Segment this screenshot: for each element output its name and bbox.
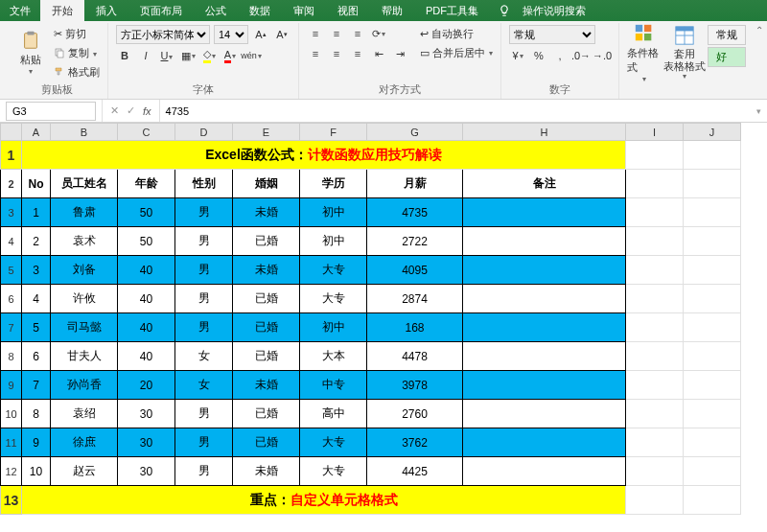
select-all-corner[interactable] <box>1 124 22 141</box>
align-label: 对齐方式 <box>379 82 421 97</box>
svg-rect-7 <box>644 34 651 40</box>
svg-rect-5 <box>644 24 651 31</box>
inc-decimal-button[interactable]: .0→ <box>572 47 590 64</box>
italic-button[interactable]: I <box>137 47 154 64</box>
comma-button[interactable]: , <box>551 47 569 64</box>
align-middle-button[interactable]: ≡ <box>328 25 345 42</box>
cancel-icon[interactable]: ✕ <box>110 104 119 117</box>
table-row[interactable]: 64许攸40男已婚大专2874 <box>1 285 741 313</box>
orientation-button[interactable]: ⟳ <box>370 25 387 42</box>
titlebar: 文件 开始 插入 页面布局 公式 数据 审阅 视图 帮助 PDF工具集 操作说明… <box>0 0 767 21</box>
table-row[interactable]: 86甘夫人40女已婚大本4478 <box>1 342 741 371</box>
indent-dec-button[interactable]: ⇤ <box>370 45 387 62</box>
font-size-select[interactable]: 14 <box>214 25 248 44</box>
border-icon: ▦ <box>181 50 191 62</box>
format-painter-button[interactable]: 格式刷 <box>54 63 100 81</box>
footer-row[interactable]: 13 重点：自定义单元格格式 <box>1 486 741 515</box>
brush-icon <box>54 66 65 78</box>
svg-rect-0 <box>25 34 37 49</box>
fill-color-button[interactable]: ◇ <box>200 47 218 64</box>
indent-inc-button[interactable]: ⇥ <box>391 45 408 62</box>
lightbulb-icon <box>498 4 511 17</box>
copy-icon <box>54 47 65 58</box>
font-color-button[interactable]: A <box>221 47 239 64</box>
svg-rect-4 <box>636 24 642 31</box>
file-tab[interactable]: 文件 <box>0 4 40 18</box>
merge-center-button[interactable]: ▭ 合并后居中 <box>420 44 493 61</box>
tab-pdf[interactable]: PDF工具集 <box>414 0 490 21</box>
wrap-text-button[interactable]: ↩ 自动换行 <box>420 25 493 42</box>
spreadsheet-grid[interactable]: ABCDEFGHIJ 1 Excel函数公式：计数函数应用技巧解读 2 No员工… <box>0 123 767 532</box>
fx-icon[interactable]: fx <box>143 105 151 117</box>
tab-help[interactable]: 帮助 <box>370 0 414 21</box>
cell-style-good[interactable]: 好 <box>708 47 746 67</box>
paste-button[interactable]: 粘贴 ▾ <box>13 25 48 81</box>
ribbon: ⌃ 粘贴 ▾ ✂ 剪切 复制 <box>0 21 767 100</box>
font-color-icon: A <box>224 49 231 63</box>
svg-rect-3 <box>58 51 63 58</box>
tab-view[interactable]: 视图 <box>326 0 370 21</box>
column-headers[interactable]: ABCDEFGHIJ <box>1 124 741 141</box>
align-bottom-button[interactable]: ≡ <box>349 25 366 42</box>
table-row[interactable]: 42袁术50男已婚初中2722 <box>1 227 741 256</box>
currency-button[interactable]: ¥ <box>509 47 526 64</box>
tab-home[interactable]: 开始 <box>40 0 84 21</box>
formula-bar: G3 ✕ ✓ fx 4735 ▾ <box>0 100 767 123</box>
table-row[interactable]: 97孙尚香20女未婚中专3978 <box>1 371 741 400</box>
align-left-button[interactable]: ≡ <box>307 45 324 62</box>
font-name-select[interactable]: 方正小标宋简体 <box>116 25 210 44</box>
decrease-font-button[interactable]: A▾ <box>273 26 291 43</box>
table-row[interactable]: 53刘备40男未婚大专4095 <box>1 256 741 285</box>
number-format-select[interactable]: 常规 <box>509 25 595 44</box>
tab-review[interactable]: 审阅 <box>282 0 326 21</box>
increase-font-button[interactable]: A▴ <box>252 26 269 43</box>
dec-decimal-button[interactable]: →.0 <box>593 47 611 64</box>
expand-formula-icon[interactable]: ▾ <box>751 106 767 116</box>
copy-button[interactable]: 复制 <box>54 44 100 61</box>
font-label: 字体 <box>193 82 214 97</box>
group-number: 常规 ¥ % , .0→ →.0 数字 <box>501 23 619 99</box>
group-align: ≡ ≡ ≡ ⟳ ≡ ≡ ≡ ⇤ ⇥ ↩ 自动换行 <box>299 23 501 99</box>
collapse-ribbon-icon[interactable]: ⌃ <box>755 25 763 35</box>
align-right-button[interactable]: ≡ <box>349 45 366 62</box>
wrap-icon: ↩ <box>420 28 429 40</box>
table-format-icon <box>674 25 695 46</box>
svg-rect-1 <box>27 32 34 35</box>
align-top-button[interactable]: ≡ <box>307 25 324 42</box>
table-row[interactable]: 31鲁肃50男未婚初中4735 <box>1 198 741 227</box>
tab-data[interactable]: 数据 <box>238 0 282 21</box>
percent-button[interactable]: % <box>530 47 547 64</box>
table-row[interactable]: 1210赵云30男未婚大专4425 <box>1 457 741 486</box>
border-button[interactable]: ▦ <box>179 47 197 64</box>
cell-style-normal[interactable]: 常规 <box>708 25 746 45</box>
merge-icon: ▭ <box>420 47 430 59</box>
bold-button[interactable]: B <box>116 47 133 64</box>
tab-insert[interactable]: 插入 <box>84 0 128 21</box>
phonetic-button[interactable]: wén <box>243 47 260 64</box>
tab-layout[interactable]: 页面布局 <box>128 0 194 21</box>
group-font: 方正小标宋简体 14 A▴ A▾ B I U ▦ ◇ A wén 字体 <box>108 23 299 99</box>
table-row[interactable]: 108袁绍30男已婚高中2760 <box>1 400 741 428</box>
paste-label: 粘贴 <box>20 53 41 67</box>
table-format-button[interactable]: 套用 表格格式 ▾ <box>667 25 702 81</box>
enter-icon[interactable]: ✓ <box>127 104 135 117</box>
group-clipboard: 粘贴 ▾ ✂ 剪切 复制 <box>6 23 108 99</box>
scissors-icon: ✂ <box>54 28 62 40</box>
table-row[interactable]: 75司马懿40男已婚初中168 <box>1 313 741 342</box>
underline-button[interactable]: U <box>158 47 175 64</box>
title-row[interactable]: 1 Excel函数公式：计数函数应用技巧解读 <box>1 141 741 170</box>
svg-rect-6 <box>636 34 642 40</box>
conditional-format-button[interactable]: 条件格式 ▾ <box>627 25 662 81</box>
align-center-button[interactable]: ≡ <box>328 45 345 62</box>
tell-me[interactable]: 操作说明搜索 <box>511 0 597 21</box>
name-box[interactable]: G3 <box>6 102 96 121</box>
bucket-icon: ◇ <box>203 48 211 63</box>
group-styles: 条件格式 ▾ 套用 表格格式 ▾ 常规 好 <box>619 23 754 99</box>
paste-icon <box>20 30 41 51</box>
table-row[interactable]: 119徐庶30男已婚大专3762 <box>1 428 741 457</box>
header-row[interactable]: 2 No员工姓名年龄性别婚姻学历月薪备注 <box>1 170 741 198</box>
formula-input[interactable]: 4735 <box>159 100 751 122</box>
number-label: 数字 <box>549 82 570 97</box>
tab-formulas[interactable]: 公式 <box>194 0 238 21</box>
cut-button[interactable]: ✂ 剪切 <box>54 25 100 42</box>
